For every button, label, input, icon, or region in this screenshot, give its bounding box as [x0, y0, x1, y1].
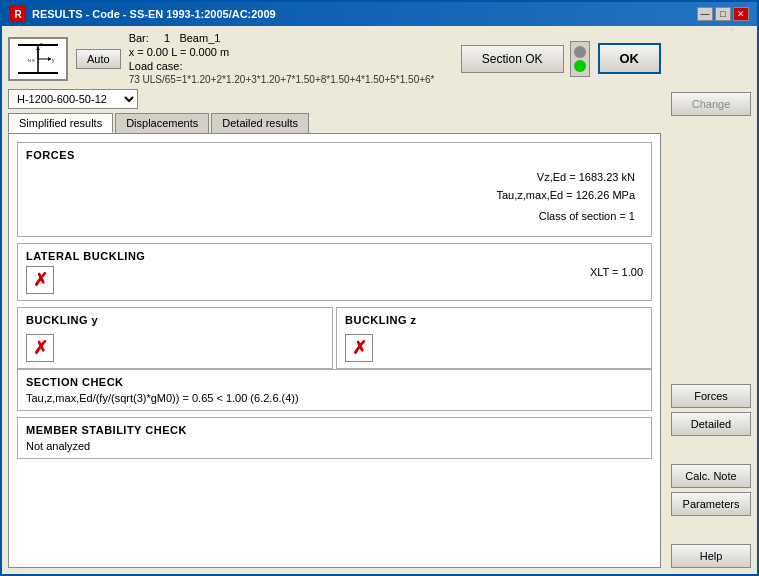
window-controls: — □ ✕	[697, 7, 749, 21]
minimize-button[interactable]: —	[697, 7, 713, 21]
parameters-button[interactable]: Parameters	[671, 492, 751, 516]
member-stability-value: Not analyzed	[26, 440, 643, 452]
indicator-light-top	[574, 46, 586, 58]
tabs-container: Simplified results Displacements Detaile…	[8, 113, 661, 568]
calc-note-button[interactable]: Calc. Note	[671, 464, 751, 488]
xlt-value: XLT = 1.00	[590, 266, 643, 278]
load-case-label: Load case:	[129, 60, 183, 72]
maximize-button[interactable]: □	[715, 7, 731, 21]
load-case-value: 73 ULS/65=1*1.20+2*1.20+3*1.20+7*1.50+8*…	[129, 74, 453, 85]
bar-info: Bar: 1 Beam_1 x = 0.00 L = 0.000 m Load …	[129, 32, 453, 85]
status-indicator	[570, 41, 590, 77]
toolbar: y z N S Auto Bar: 1 Beam_1 x = 0.00 L = …	[8, 32, 661, 85]
indicator-light-bottom	[574, 60, 586, 72]
lateral-buckling-icon: ✗	[26, 266, 54, 294]
sidebar: Change Forces Detailed Calc. Note Parame…	[667, 26, 757, 574]
lateral-buckling-title: LATERAL BUCKLING	[26, 250, 145, 262]
detailed-button[interactable]: Detailed	[671, 412, 751, 436]
window-title: RESULTS - Code - SS-EN 1993-1:2005/AC:20…	[32, 8, 276, 20]
section-check-formula: Tau,z,max,Ed/(fy/(sqrt(3)*gM0)) = 0.65 <…	[26, 392, 643, 404]
svg-marker-6	[36, 47, 40, 50]
close-button[interactable]: ✕	[733, 7, 749, 21]
app-icon: R	[10, 6, 26, 22]
auto-button[interactable]: Auto	[76, 49, 121, 69]
buckling-y-icon: ✗	[26, 334, 54, 362]
svg-text:y: y	[52, 57, 55, 63]
lateral-buckling-group: LATERAL BUCKLING ✗ XLT = 1.00	[17, 243, 652, 301]
forces-button[interactable]: Forces	[671, 384, 751, 408]
dropdown-row: H-1200-600-50-12	[8, 89, 661, 109]
forces-title: FORCES	[26, 149, 643, 161]
tab-content: FORCES Vz,Ed = 1683.23 kN Tau,z,max,Ed =…	[8, 133, 661, 568]
buckling-row: BUCKLING y ✗ BUCKLING z ✗	[17, 307, 652, 369]
member-stability-title: MEMBER STABILITY CHECK	[26, 424, 643, 436]
section-check-title: SECTION CHECK	[26, 376, 643, 388]
svg-text:N S: N S	[28, 58, 35, 63]
forces-values: Vz,Ed = 1683.23 kN Tau,z,max,Ed = 126.26…	[26, 165, 643, 230]
title-bar: R RESULTS - Code - SS-EN 1993-1:2005/AC:…	[2, 2, 757, 26]
tau-value: Tau,z,max,Ed = 126.26 MPa	[34, 187, 635, 205]
change-button[interactable]: Change	[671, 92, 751, 116]
section-ok-area: Section OK	[461, 41, 590, 77]
tab-displacements[interactable]: Displacements	[115, 113, 209, 133]
ok-button[interactable]: OK	[598, 43, 662, 74]
bar-name: Beam_1	[179, 32, 220, 44]
forces-group: FORCES Vz,Ed = 1683.23 kN Tau,z,max,Ed =…	[17, 142, 652, 237]
buckling-z-icon: ✗	[345, 334, 373, 362]
vz-value: Vz,Ed = 1683.23 kN	[34, 169, 635, 187]
tab-simplified[interactable]: Simplified results	[8, 113, 113, 133]
class-value: Class of section = 1	[34, 208, 635, 226]
section-ok-button[interactable]: Section OK	[461, 45, 564, 73]
buckling-y-title: BUCKLING y	[26, 314, 324, 326]
help-button[interactable]: Help	[671, 544, 751, 568]
position-info: x = 0.00 L = 0.000 m	[129, 46, 453, 58]
section-dropdown[interactable]: H-1200-600-50-12	[8, 89, 138, 109]
bar-number: 1	[164, 32, 170, 44]
bar-label: Bar:	[129, 32, 149, 44]
buckling-z-group: BUCKLING z ✗	[336, 307, 652, 369]
svg-marker-4	[48, 57, 51, 61]
tab-detailed[interactable]: Detailed results	[211, 113, 309, 133]
buckling-z-title: BUCKLING z	[345, 314, 643, 326]
section-diagram: y z N S	[8, 37, 68, 81]
tab-bar: Simplified results Displacements Detaile…	[8, 113, 661, 133]
section-check-group: SECTION CHECK Tau,z,max,Ed/(fy/(sqrt(3)*…	[17, 369, 652, 411]
member-stability-group: MEMBER STABILITY CHECK Not analyzed	[17, 417, 652, 459]
buckling-y-group: BUCKLING y ✗	[17, 307, 333, 369]
